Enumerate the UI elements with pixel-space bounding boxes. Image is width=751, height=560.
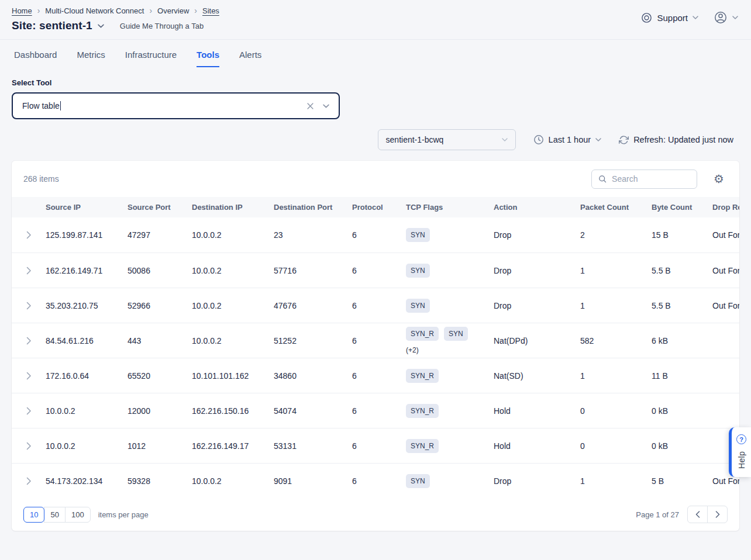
cell-packet-count: 1 bbox=[580, 266, 652, 275]
search-box[interactable] bbox=[591, 170, 697, 189]
cell-byte-count: 5 B bbox=[652, 476, 712, 486]
expand-cell bbox=[12, 405, 46, 417]
cell-protocol: 6 bbox=[352, 371, 406, 381]
column-header-destination-port: Destination Port bbox=[274, 203, 352, 212]
per-page-label: items per page bbox=[98, 510, 149, 519]
tcp-flags-more: (+2) bbox=[406, 346, 487, 354]
tab-dashboard[interactable]: Dashboard bbox=[14, 40, 57, 67]
support-menu[interactable]: Support bbox=[641, 12, 698, 23]
expand-cell bbox=[12, 264, 46, 277]
tcp-flag-badges: SYN bbox=[406, 264, 487, 278]
cell-source-ip: 10.0.0.2 bbox=[46, 441, 128, 451]
cell-source-ip: 10.0.0.2 bbox=[46, 406, 128, 416]
cell-destination-ip: 10.0.0.2 bbox=[192, 266, 274, 275]
cell-destination-ip: 10.0.0.2 bbox=[192, 476, 274, 486]
cell-action: Drop bbox=[494, 266, 580, 275]
expand-cell bbox=[12, 229, 46, 241]
row-expand-icon[interactable] bbox=[24, 440, 34, 452]
cell-packet-count: 582 bbox=[580, 336, 652, 345]
tab-alerts[interactable]: Alerts bbox=[239, 40, 261, 67]
clear-icon[interactable] bbox=[305, 101, 316, 112]
tcp-flag-badges: SYN bbox=[406, 299, 487, 313]
page-size-100[interactable]: 100 bbox=[65, 507, 91, 523]
title-row: Site: sentient-1 Guide Me Through a Tab bbox=[12, 19, 739, 32]
row-expand-icon[interactable] bbox=[24, 229, 34, 241]
column-header-source-port: Source Port bbox=[128, 203, 192, 212]
clock-icon bbox=[533, 134, 544, 145]
cell-byte-count: 6 kB bbox=[652, 336, 712, 345]
cell-tcp-flags: SYN_RSYN(+2) bbox=[406, 327, 494, 354]
cell-drop-reason: Out For bbox=[712, 266, 739, 275]
cell-source-port: 47297 bbox=[128, 230, 192, 240]
tab-bar: DashboardMetricsInfrastructureToolsAlert… bbox=[0, 40, 751, 67]
node-select-dropdown[interactable]: sentient-1-bcwq bbox=[378, 129, 516, 150]
tab-metrics[interactable]: Metrics bbox=[77, 40, 105, 67]
previous-page-button[interactable] bbox=[687, 506, 708, 523]
page-size-50[interactable]: 50 bbox=[44, 507, 65, 523]
time-range-value: Last 1 hour bbox=[549, 135, 591, 144]
tool-selector-section: Select Tool Flow table bbox=[12, 78, 739, 119]
page-size-10[interactable]: 10 bbox=[23, 507, 44, 523]
table-row: 54.173.202.1345932810.0.0.290916SYNDrop1… bbox=[12, 463, 739, 498]
table-row: 10.0.0.21012162.216.149.17531316SYN_RHol… bbox=[12, 428, 739, 463]
gear-icon[interactable]: ⚙ bbox=[714, 173, 724, 185]
cell-tcp-flags: SYN_R bbox=[406, 369, 494, 383]
filter-row: sentient-1-bcwq Last 1 hour Refresh: Upd… bbox=[0, 129, 733, 150]
support-chevron-down-icon bbox=[693, 16, 698, 19]
cell-protocol: 6 bbox=[352, 301, 406, 310]
tool-select-input[interactable]: Flow table bbox=[12, 92, 340, 119]
row-expand-icon[interactable] bbox=[24, 405, 34, 417]
breadcrumb-item[interactable]: Sites bbox=[202, 6, 219, 15]
cell-action: Drop bbox=[494, 230, 580, 240]
breadcrumb-item[interactable]: Home bbox=[12, 6, 32, 15]
cell-action: Drop bbox=[494, 476, 580, 486]
support-icon bbox=[641, 12, 652, 23]
tab-tools[interactable]: Tools bbox=[197, 40, 219, 67]
cell-source-port: 50086 bbox=[128, 266, 192, 275]
breadcrumb-item[interactable]: Overview bbox=[157, 6, 189, 15]
breadcrumb-item[interactable]: Multi-Cloud Network Connect bbox=[45, 6, 144, 15]
row-expand-icon[interactable] bbox=[24, 475, 34, 488]
cell-source-ip: 162.216.149.71 bbox=[46, 266, 128, 275]
cell-action: Hold bbox=[494, 441, 580, 451]
cell-protocol: 6 bbox=[352, 230, 406, 240]
cell-destination-ip: 10.0.0.2 bbox=[192, 301, 274, 310]
time-range-dropdown[interactable]: Last 1 hour bbox=[533, 134, 602, 145]
cell-drop-reason: Out For bbox=[712, 230, 739, 240]
tcp-flag-badge: SYN bbox=[444, 327, 468, 341]
pager-group bbox=[687, 506, 728, 523]
cell-protocol: 6 bbox=[352, 266, 406, 275]
table-header-row: Source IPSource PortDestination IPDestin… bbox=[12, 197, 739, 217]
row-expand-icon[interactable] bbox=[24, 264, 34, 277]
help-widget[interactable]: ? Help bbox=[729, 427, 751, 477]
search-input[interactable] bbox=[612, 174, 691, 184]
tool-chevron-down-icon[interactable] bbox=[323, 104, 329, 108]
tcp-flag-badge: SYN bbox=[406, 474, 430, 488]
cell-drop-reason: Out For bbox=[712, 301, 739, 310]
expand-cell bbox=[12, 475, 46, 488]
cell-byte-count: 11 B bbox=[652, 371, 712, 381]
cell-destination-ip: 162.216.150.16 bbox=[192, 406, 274, 416]
row-expand-icon[interactable] bbox=[24, 334, 34, 347]
column-header-packet-count: Packet Count bbox=[580, 203, 652, 212]
cell-tcp-flags: SYN_R bbox=[406, 404, 494, 418]
guide-me-link[interactable]: Guide Me Through a Tab bbox=[120, 22, 204, 30]
table-row: 125.199.87.1414729710.0.0.2236SYNDrop215… bbox=[12, 217, 739, 253]
cell-action: Drop bbox=[494, 301, 580, 310]
column-header-byte-count: Byte Count bbox=[652, 203, 712, 212]
cell-protocol: 6 bbox=[352, 441, 406, 451]
column-header-source-ip: Source IP bbox=[46, 203, 128, 212]
tab-infrastructure[interactable]: Infrastructure bbox=[125, 40, 177, 67]
refresh-button[interactable]: Refresh: Updated just now bbox=[619, 135, 733, 145]
tcp-flag-badge: SYN bbox=[406, 299, 430, 313]
cell-source-ip: 125.199.87.141 bbox=[46, 230, 128, 240]
row-expand-icon[interactable] bbox=[24, 369, 34, 382]
row-expand-icon[interactable] bbox=[24, 299, 34, 312]
account-menu[interactable] bbox=[714, 11, 738, 25]
column-header-destination-ip: Destination IP bbox=[192, 203, 274, 212]
cell-destination-port: 9091 bbox=[274, 476, 352, 486]
site-chevron-down-icon[interactable] bbox=[98, 24, 104, 28]
next-page-button[interactable] bbox=[707, 506, 728, 523]
table-row: 84.54.61.21644310.0.0.2512526SYN_RSYN(+2… bbox=[12, 323, 739, 358]
breadcrumb-separator-icon: › bbox=[37, 6, 40, 15]
